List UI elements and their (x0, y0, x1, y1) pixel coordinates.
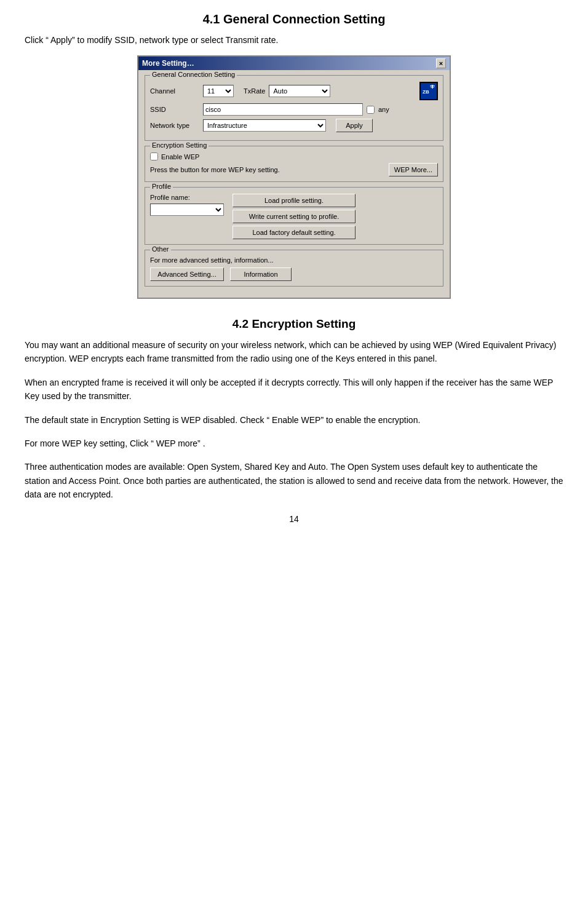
other-description: For more advanced setting, information..… (150, 256, 438, 264)
encryption-para5: Three authentication modes are available… (25, 460, 563, 501)
wifi-logo: ZB (419, 82, 438, 100)
other-group-label: Other (150, 245, 171, 253)
profile-group: Profile Profile name: Load profile setti… (145, 187, 443, 245)
network-type-select[interactable]: Infrastructure (203, 119, 326, 132)
general-group-label: General Connection Setting (150, 71, 237, 78)
ssid-row: SSID any (150, 103, 438, 116)
profile-buttons: Load profile setting. Write current sett… (232, 194, 356, 239)
ssid-input[interactable] (203, 103, 363, 116)
encryption-setting-group: Encryption Setting Enable WEP Press the … (145, 146, 443, 182)
channel-label: Channel (150, 87, 199, 95)
encryption-para2: When an encrypted frame is received it w… (25, 376, 563, 403)
encryption-para4: For more WEP key setting, Click “ WEP mo… (25, 437, 563, 450)
profile-select[interactable] (150, 204, 224, 216)
any-checkbox[interactable] (367, 106, 375, 114)
other-group: Other For more advanced setting, informa… (145, 250, 443, 287)
section2-title: 4.2 Encryption Setting (25, 317, 563, 331)
general-group-content: Channel 11 TxRate Auto ZB (150, 82, 438, 132)
channel-select[interactable]: 11 (203, 85, 234, 97)
wep-more-button[interactable]: WEP More... (389, 163, 438, 176)
encryption-para3: The default state in Encryption Setting … (25, 413, 563, 427)
profile-name-label: Profile name: (150, 194, 224, 201)
profile-row: Profile name: Load profile setting. Writ… (150, 194, 438, 239)
wep-more-row: Press the button for more WEP key settin… (150, 163, 438, 176)
enable-wep-checkbox[interactable] (150, 152, 158, 160)
profile-group-label: Profile (150, 183, 173, 190)
advanced-setting-button[interactable]: Advanced Setting... (150, 267, 224, 281)
information-button[interactable]: Information (230, 267, 292, 281)
load-profile-button[interactable]: Load profile setting. (232, 194, 356, 207)
section1-title: 4.1 General Connection Setting (25, 12, 563, 26)
dialog-title: More Setting… (142, 59, 194, 68)
other-buttons: Advanced Setting... Information (150, 267, 438, 281)
general-connection-group: General Connection Setting Channel 11 Tx… (145, 75, 443, 141)
profile-group-content: Profile name: Load profile setting. Writ… (150, 194, 438, 239)
wifi-icon: ZB (419, 82, 438, 100)
profile-left: Profile name: (150, 194, 224, 216)
network-type-row: Network type Infrastructure Apply (150, 119, 438, 132)
enable-wep-label: Enable WEP (161, 153, 199, 160)
enable-wep-row: Enable WEP (150, 152, 438, 160)
encryption-group-label: Encryption Setting (150, 141, 209, 149)
dialog-container: More Setting… × General Connection Setti… (25, 55, 563, 299)
load-factory-button[interactable]: Load factory default setting. (232, 226, 356, 239)
dialog-window: More Setting… × General Connection Setti… (137, 55, 451, 299)
encryption-group-content: Enable WEP Press the button for more WEP… (150, 152, 438, 176)
wep-description: Press the button for more WEP key settin… (150, 166, 280, 173)
dialog-body: General Connection Setting Channel 11 Tx… (138, 70, 450, 298)
write-current-button[interactable]: Write current setting to profile. (232, 210, 356, 223)
page-number: 14 (25, 514, 563, 524)
network-type-label: Network type (150, 122, 199, 129)
txrate-label: TxRate (244, 87, 265, 95)
ssid-label: SSID (150, 106, 199, 113)
section1-intro: Click “ Apply” to modify SSID, network t… (25, 34, 563, 47)
apply-button[interactable]: Apply (336, 119, 373, 132)
dialog-close-button[interactable]: × (436, 58, 446, 68)
encryption-para1: You may want an additional measure of se… (25, 338, 563, 366)
any-label: any (378, 106, 389, 113)
dialog-titlebar: More Setting… × (138, 57, 450, 70)
channel-txrate-row: Channel 11 TxRate Auto ZB (150, 82, 438, 100)
txrate-select[interactable]: Auto (269, 85, 330, 97)
svg-text:ZB: ZB (423, 89, 429, 95)
other-group-content: For more advanced setting, information..… (150, 256, 438, 281)
